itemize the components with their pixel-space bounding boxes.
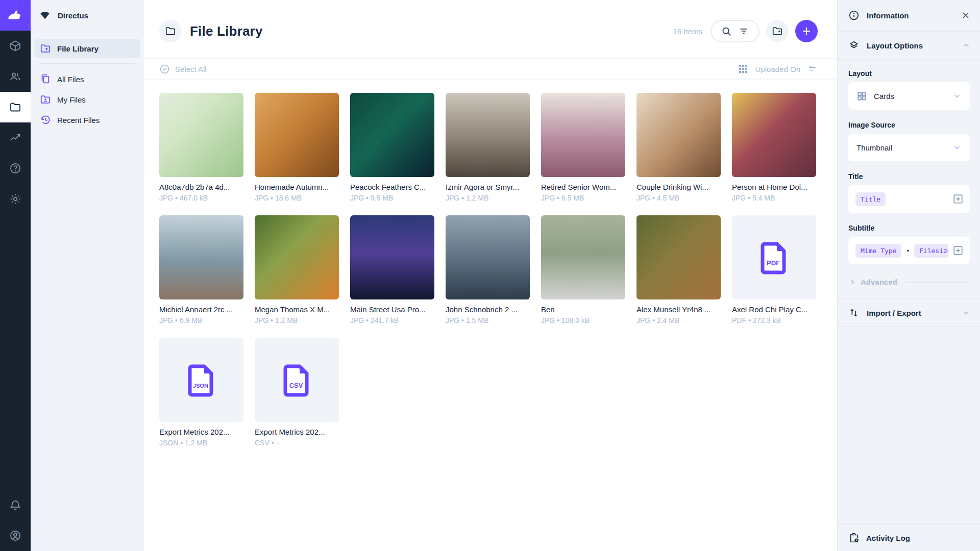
file-thumbnail bbox=[159, 93, 243, 177]
folder-plus-icon bbox=[772, 26, 783, 37]
grid-toolbar: Select All Uploaded On bbox=[144, 58, 837, 80]
advanced-toggle[interactable]: Advanced bbox=[848, 278, 970, 286]
page-title: File Library bbox=[190, 23, 263, 39]
file-grid-scroll-area[interactable]: A8c0a7db 2b7a 4d... JPG • 467.0 kB Homem… bbox=[144, 80, 837, 551]
nav-item-recent-files[interactable]: Recent Files bbox=[35, 110, 140, 130]
module-bar bbox=[0, 0, 31, 551]
file-card[interactable]: Ben JPG • 108.0 kB bbox=[541, 215, 625, 324]
file-card[interactable]: Main Street Usa Pro... JPG • 241.7 kB bbox=[350, 215, 434, 324]
nav-sidebar: Directus File Library All Files My Files bbox=[31, 0, 144, 551]
layout-options-accordion[interactable]: Layout Options bbox=[838, 31, 980, 59]
file-card[interactable]: Person at Home Doi... JPG • 5.4 MB bbox=[732, 93, 816, 202]
field-chip[interactable]: Title bbox=[855, 192, 886, 206]
svg-text:JSON: JSON bbox=[193, 383, 208, 389]
field-chip[interactable]: Filesize bbox=[914, 244, 948, 258]
file-thumbnail bbox=[541, 215, 625, 299]
chevron-down-icon bbox=[962, 308, 971, 317]
nav-divider bbox=[40, 63, 135, 64]
add-file-button[interactable] bbox=[795, 20, 818, 42]
module-users[interactable] bbox=[0, 61, 31, 92]
sort-direction-icon[interactable] bbox=[807, 64, 818, 74]
clipboard-clock-icon bbox=[848, 532, 860, 543]
file-card[interactable]: Retired Senior Wom... JPG • 6.5 MB bbox=[541, 93, 625, 202]
sort-field-button[interactable]: Uploaded On bbox=[755, 65, 800, 73]
header-actions: 16 Items bbox=[673, 20, 818, 42]
file-card[interactable]: PDF Axel Rod Chi Play C... PDF • 272.3 k… bbox=[732, 215, 816, 324]
file-card[interactable]: CSV Export Metrics 202... CSV • -- bbox=[255, 338, 339, 447]
history-icon bbox=[40, 114, 51, 126]
close-sidebar-button[interactable] bbox=[959, 8, 973, 22]
title-template-input[interactable]: Title bbox=[848, 185, 970, 213]
import-export-accordion[interactable]: Import / Export bbox=[838, 298, 980, 327]
field-label: Layout bbox=[848, 69, 970, 78]
activity-log-button[interactable]: Activity Log bbox=[838, 523, 980, 551]
file-thumbnail bbox=[446, 215, 530, 299]
file-meta: JPG • 1.2 MB bbox=[446, 194, 530, 202]
file-thumbnail bbox=[350, 215, 434, 299]
module-insights[interactable] bbox=[0, 122, 31, 153]
info-sidebar: Information Layout Options Layout Cards bbox=[837, 0, 980, 551]
nav-item-my-files[interactable]: My Files bbox=[35, 90, 140, 109]
select-all-button[interactable]: Select All bbox=[159, 64, 207, 74]
module-bar-spacer bbox=[0, 214, 31, 490]
chips: Title bbox=[855, 192, 886, 206]
file-title: Retired Senior Wom... bbox=[541, 183, 625, 191]
add-field-icon[interactable] bbox=[952, 245, 964, 256]
module-content[interactable] bbox=[0, 31, 31, 61]
file-card[interactable]: Michiel Annaert 2rc ... JPG • 6.9 MB bbox=[159, 215, 243, 324]
search-icon bbox=[721, 26, 732, 37]
file-card[interactable]: Megan Thomas X M... JPG • 1.2 MB bbox=[255, 215, 339, 324]
nav-item-all-files[interactable]: All Files bbox=[35, 69, 140, 89]
field-label: Title bbox=[848, 172, 970, 181]
module-files[interactable] bbox=[0, 92, 31, 122]
module-settings[interactable] bbox=[0, 184, 31, 214]
title-icon-circle[interactable] bbox=[159, 20, 182, 42]
file-meta: JPG • 18.6 MB bbox=[255, 194, 339, 202]
file-card[interactable]: A8c0a7db 2b7a 4d... JPG • 467.0 kB bbox=[159, 93, 243, 202]
file-thumbnail bbox=[732, 93, 816, 177]
file-card[interactable]: JSON Export Metrics 202... JSON • 1.2 MB bbox=[159, 338, 243, 447]
subtitle-template-input[interactable]: Mime Type • Filesize bbox=[848, 237, 970, 264]
file-card[interactable]: Couple Drinking Wi... JPG • 4.5 MB bbox=[636, 93, 721, 202]
new-folder-button[interactable] bbox=[766, 20, 789, 42]
project-switcher[interactable]: Directus bbox=[31, 0, 144, 31]
layout-select[interactable]: Cards bbox=[848, 82, 970, 110]
file-title: Ben bbox=[541, 305, 625, 314]
file-title: Peacock Feathers C... bbox=[350, 183, 434, 191]
filter-icon[interactable] bbox=[739, 26, 749, 36]
file-meta: CSV • -- bbox=[255, 439, 339, 447]
nav-item-file-library[interactable]: File Library bbox=[35, 39, 140, 58]
add-field-icon[interactable] bbox=[952, 193, 964, 205]
nav-item-label: File Library bbox=[57, 44, 99, 53]
trending-icon bbox=[9, 132, 21, 144]
file-meta: JPG • 1.2 MB bbox=[255, 316, 339, 324]
file-card[interactable]: Izmir Agora or Smyr... JPG • 1.2 MB bbox=[446, 93, 530, 202]
document-icon: CSV bbox=[282, 363, 312, 397]
file-title: John Schnobrich 2 ... bbox=[446, 305, 530, 314]
file-card[interactable]: John Schnobrich 2 ... JPG • 1.5 MB bbox=[446, 215, 530, 324]
file-thumbnail bbox=[350, 93, 434, 177]
file-meta: JSON • 1.2 MB bbox=[159, 439, 243, 447]
chip-separator: • bbox=[906, 247, 909, 255]
search-input[interactable] bbox=[710, 20, 760, 42]
main-content: File Library 16 Items bbox=[144, 0, 837, 551]
file-meta: JPG • 9.5 MB bbox=[350, 194, 434, 202]
file-card[interactable]: Peacock Feathers C... JPG • 9.5 MB bbox=[350, 93, 434, 202]
sidebar-title: Information bbox=[867, 11, 951, 20]
file-card[interactable]: Alex Munsell Yr4n8 ... JPG • 2.4 MB bbox=[636, 215, 721, 324]
file-thumbnail bbox=[159, 215, 243, 299]
chevron-down-icon bbox=[952, 143, 962, 152]
file-title: Homemade Autumn... bbox=[255, 183, 339, 191]
file-meta: PDF • 272.3 kB bbox=[732, 316, 816, 324]
image-source-select[interactable]: Thumbnail bbox=[848, 134, 970, 161]
main-header: File Library 16 Items bbox=[144, 0, 837, 58]
directus-logo[interactable] bbox=[0, 0, 31, 31]
field-chip[interactable]: Mime Type bbox=[855, 244, 901, 258]
file-title: Izmir Agora or Smyr... bbox=[446, 183, 530, 191]
grid-view-icon[interactable] bbox=[738, 64, 748, 74]
notifications-button[interactable] bbox=[0, 490, 31, 520]
subtitle-field: Subtitle Mime Type • Filesize bbox=[848, 224, 970, 264]
module-help[interactable] bbox=[0, 153, 31, 184]
file-card[interactable]: Homemade Autumn... JPG • 18.6 MB bbox=[255, 93, 339, 202]
user-menu-button[interactable] bbox=[0, 520, 31, 551]
